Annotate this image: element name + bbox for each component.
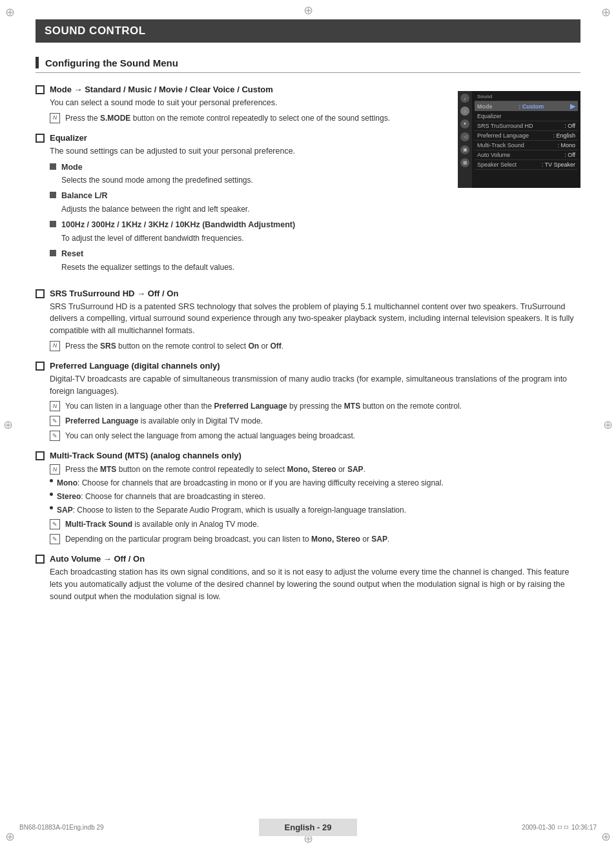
balance-subitem-label: Balance L/R (61, 190, 108, 202)
crosshair-left: ⊕ (3, 418, 13, 432)
menu-eq-label: Equalizer (477, 113, 502, 119)
lang-memo-icon-1: ✎ (50, 416, 60, 426)
lang-memo-icon-2: ✎ (50, 431, 60, 441)
balance-subitem-text: Adjusts the balance between the right an… (50, 203, 445, 215)
page-footer: BN68-01883A-01Eng.indb 29 English - 29 2… (0, 819, 616, 836)
reset-subitem-text: Resets the equalizer settings to the def… (50, 261, 445, 273)
menu-srs-row: SRS TruSurround HD : Off (475, 121, 578, 131)
footer-left-text: BN68-01883A-01Eng.indb 29 (19, 824, 104, 831)
lang-note-3: ✎ You can only select the language from … (50, 430, 580, 442)
mts-body: N Press the MTS button on the remote con… (36, 464, 580, 545)
bandwidth-subitem-text: To adjust the level of different bandwid… (50, 232, 445, 244)
mode-square-icon (50, 163, 56, 170)
page-title: SOUND CONTROL (45, 25, 146, 37)
menu-speaker-row: Speaker Select : TV Speaker (475, 160, 578, 170)
mts-bullet-stereo: Stereo: Choose for channels that are bro… (50, 491, 580, 502)
item-multi-track: Multi-Track Sound (MTS) (analog channels… (36, 451, 580, 545)
menu-mts-label: Multi-Track Sound (477, 142, 524, 148)
autovol-body: Each broadcasting station has its own si… (36, 566, 580, 602)
mts-memo-text-2: Depending on the particular program bein… (65, 533, 389, 545)
autovol-checkbox-icon (36, 555, 45, 564)
menu-autovol-label: Auto Volume (477, 152, 510, 158)
lang-title-row: Preferred Language (digital channels onl… (36, 361, 580, 371)
mode-title-row: Mode → Standard / Music / Movie / Clear … (36, 85, 445, 94)
footer-page-number: English - 29 (285, 823, 332, 832)
menu-mode-row: Mode : Custom ▶ (475, 101, 578, 111)
srs-body: SRS TruSurround HD is a patented SRS tec… (36, 301, 580, 352)
equalizer-title-text: Equalizer (50, 133, 87, 143)
mode-body: You can select a sound mode to suit your… (36, 97, 445, 124)
srs-title-row: SRS TruSurround HD → Off / On (36, 289, 580, 298)
lang-note-text-2: Preferred Language is available only in … (65, 415, 263, 427)
subsection-title: Configuring the Sound Menu (36, 57, 580, 73)
stereo-text: Stereo: Choose for channels that are bro… (57, 491, 265, 502)
section-header: SOUND CONTROL (36, 19, 580, 43)
mode-note-1: N Press the S.MODE button on the remote … (50, 112, 445, 124)
equalizer-title-row: Equalizer (36, 133, 445, 143)
reset-subitem-label: Reset (61, 248, 83, 260)
mts-memo-1: ✎ Multi-Track Sound is available only in… (50, 518, 580, 530)
lang-note-2: ✎ Preferred Language is available only i… (50, 415, 580, 427)
menu-mts-row: Multi-Track Sound : Mono (475, 141, 578, 150)
menu-lang-row: Preferred Language : English (475, 131, 578, 141)
sidebar-extra: ▦ (460, 158, 469, 167)
equalizer-body-text: The sound settings can be adjusted to su… (50, 147, 295, 156)
menu-equalizer-row: Equalizer (475, 112, 578, 121)
autovol-title-text: Auto Volume → Off / On (50, 554, 145, 564)
item-mode: Mode → Standard / Music / Movie / Clear … (36, 85, 445, 124)
mts-note-remote: N Press the MTS button on the remote con… (50, 464, 580, 475)
lang-checkbox-icon (36, 362, 45, 371)
footer-right-text: 2009-01-30 ㅁㅁ 10:36:17 (522, 823, 597, 832)
menu-lang-value: : English (553, 132, 575, 139)
mts-checkbox-icon (36, 451, 45, 460)
item-srs: SRS TruSurround HD → Off / On SRS TruSur… (36, 289, 580, 352)
menu-ui: ♪ ○ ✦ ◁ ▣ ▦ Sound Mode : Custom ▶ Equali… (458, 91, 580, 188)
footer-center: English - 29 (259, 819, 358, 836)
bandwidth-subitem: 100Hz / 300Hz / 1KHz / 3KHz / 10KHz (Ban… (50, 219, 445, 231)
reset-subitem: Reset (50, 248, 445, 260)
stereo-bullet-icon (50, 493, 53, 496)
menu-autovol-row: Auto Volume : Off (475, 150, 578, 160)
menu-ui-sidebar: ♪ ○ ✦ ◁ ▣ ▦ (458, 91, 472, 188)
menu-mts-value: : Mono (557, 142, 575, 148)
lang-note-text-3: You can only select the language from am… (65, 430, 355, 442)
mono-text: Mono: Choose for channels that are broad… (57, 477, 444, 489)
menu-mode-label: Mode (477, 103, 493, 110)
mode-subitem-label: Mode (61, 161, 83, 174)
mode-checkbox-icon (36, 85, 45, 94)
srs-title-text: SRS TruSurround HD → Off / On (50, 289, 178, 298)
balance-subitem: Balance L/R (50, 190, 445, 202)
sidebar-sound: ♪ (460, 94, 469, 103)
menu-autovol-value: : Off (564, 152, 575, 158)
subsection-label: Configuring the Sound Menu (45, 57, 178, 68)
mts-remote-icon: N (50, 464, 60, 475)
crosshair-top: ⊕ (303, 3, 313, 17)
mts-title-text: Multi-Track Sound (MTS) (analog channels… (50, 451, 241, 460)
srs-note-1: N Press the SRS button on the remote con… (50, 340, 580, 352)
bandwidth-square-icon (50, 221, 56, 227)
crosshair-tr: ⊕ (601, 5, 611, 19)
mts-memo-2: ✎ Depending on the particular program be… (50, 533, 580, 545)
mode-subitem-text: Selects the sound mode among the predefi… (50, 174, 445, 186)
mode-remote-icon: N (50, 113, 60, 123)
equalizer-subitems: Mode Selects the sound mode among the pr… (50, 161, 445, 273)
menu-speaker-label: Speaker Select (477, 161, 517, 168)
srs-note-text: Press the SRS button on the remote contr… (65, 340, 283, 352)
menu-speaker-value: : TV Speaker (542, 161, 575, 168)
lang-remote-icon: N (50, 401, 60, 411)
menu-srs-label: SRS TruSurround HD (477, 123, 533, 129)
menu-mode-value: : Custom (518, 103, 544, 110)
menu-lang-label: Preferred Language (477, 132, 529, 139)
autovol-title-row: Auto Volume → Off / On (36, 554, 580, 564)
item-equalizer: Equalizer The sound settings can be adju… (36, 133, 445, 273)
lang-body-text: Digital-TV broadcasts are capable of sim… (50, 374, 567, 396)
mts-bullet-mono: Mono: Choose for channels that are broad… (50, 477, 580, 489)
menu-ui-content-area: Sound Mode : Custom ▶ Equalizer SRS TruS… (472, 91, 580, 188)
autovol-body-text: Each broadcasting station has its own si… (50, 568, 569, 601)
sidebar-settings: ✦ (460, 119, 469, 128)
sap-bullet-icon (50, 506, 53, 509)
reset-square-icon (50, 250, 56, 256)
lang-note-text-1: You can listen in a language other than … (65, 400, 462, 412)
subsection-bar-icon (36, 57, 39, 68)
balance-square-icon (50, 192, 56, 198)
